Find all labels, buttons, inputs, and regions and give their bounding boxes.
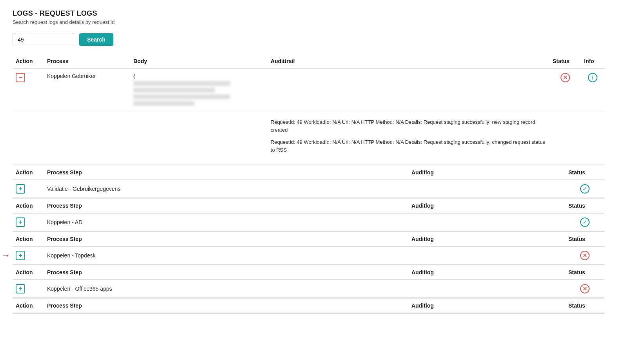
audittrail-entry-1: RequestId: 49 WorkloadId: N/A Url: N/A H… <box>271 118 546 134</box>
status-cell-1: ✓ <box>565 180 604 198</box>
sub-header-step-3: Process Step <box>44 232 408 247</box>
sub-table-3: Action Process Step Auditlog Status → + <box>13 232 604 264</box>
sub-table-2: Action Process Step Auditlog Status + Ko… <box>13 198 604 231</box>
table-row: − Koppelen Gebruiker { ✕ i <box>13 69 604 112</box>
expand-icon-2[interactable]: + <box>16 217 25 227</box>
step-cell-2: Koppelen - AD <box>44 213 408 231</box>
body-cell: { <box>130 69 268 112</box>
auditlog-cell-2 <box>408 213 565 231</box>
status-error-icon-3: ✕ <box>580 251 590 260</box>
status-error-icon: ✕ <box>561 73 570 82</box>
sub-table-4: Action Process Step Auditlog Status + Ko… <box>13 265 604 298</box>
sub-table-row: → + Koppelen - Topdesk ✕ <box>13 246 604 264</box>
status-error-icon-4: ✕ <box>580 284 590 293</box>
status-cell-2: ✓ <box>565 213 604 231</box>
sub-table-3-header: Action Process Step Auditlog Status <box>13 232 604 247</box>
sub-table-row-5: Action Process Step Auditlog Status <box>13 298 604 314</box>
sub-header-status-4: Status <box>565 265 604 280</box>
sub-header-auditlog-5: Auditlog <box>408 299 565 313</box>
sub-header-status-1: Status <box>565 165 604 180</box>
step-cell-3: Koppelen - Topdesk <box>44 246 408 264</box>
collapse-icon[interactable]: − <box>16 73 25 82</box>
sub-table-row: + Koppelen - AD ✓ <box>13 213 604 231</box>
auditlog-cell-4 <box>408 280 565 298</box>
sub-header-step-4: Process Step <box>44 265 408 280</box>
step-cell-1: Validatie - Gebruikergegevens <box>44 180 408 198</box>
search-button[interactable]: Search <box>79 33 113 46</box>
sub-table-row-3: Action Process Step Auditlog Status → + <box>13 232 604 265</box>
info-cell[interactable]: i <box>581 69 604 112</box>
sub-table-row-4: Action Process Step Auditlog Status + Ko… <box>13 265 604 298</box>
status-success-icon-1: ✓ <box>580 184 590 194</box>
audittrail-entry-2: RequestId: 49 WorkloadId: N/A Url: N/A H… <box>271 138 546 154</box>
auditlog-cell-3 <box>408 246 565 264</box>
sub-table-row: + Validatie - Gebruikergegevens ✓ <box>13 180 604 198</box>
main-table-header: Action Process Body Audittrail Status In… <box>13 54 604 69</box>
status-success-icon-2: ✓ <box>580 217 590 227</box>
sub-header-auditlog-3: Auditlog <box>408 232 565 247</box>
search-bar: Search <box>13 33 604 46</box>
header-body: Body <box>130 54 268 69</box>
search-input[interactable] <box>13 33 75 46</box>
sub-table-row: + Koppelen - Office365 apps ✕ <box>13 280 604 298</box>
body-blurred: { <box>133 73 235 106</box>
main-table: Action Process Body Audittrail Status In… <box>13 54 604 314</box>
sub-header-step-2: Process Step <box>44 199 408 214</box>
status-cell: ✕ <box>550 69 581 112</box>
arrow-indicator: → <box>2 250 10 261</box>
expand-icon-1[interactable]: + <box>16 184 25 194</box>
sub-table-4-header: Action Process Step Auditlog Status <box>13 265 604 280</box>
header-info: Info <box>581 54 604 69</box>
header-status: Status <box>550 54 581 69</box>
sub-table-row-2: Action Process Step Auditlog Status + Ko… <box>13 198 604 232</box>
sub-table-2-header: Action Process Step Auditlog Status <box>13 199 604 214</box>
expand-icon-3[interactable]: + <box>16 251 25 260</box>
sub-header-status-2: Status <box>565 199 604 214</box>
sub-header-auditlog-1: Auditlog <box>408 165 565 180</box>
status-cell-3: ✕ <box>565 246 604 264</box>
expand-icon-4[interactable]: + <box>16 284 25 293</box>
audittrail-cell <box>268 69 550 112</box>
sub-table-1: Action Process Step Auditlog Status + Va… <box>13 165 604 198</box>
sub-table-5: Action Process Step Auditlog Status <box>13 298 604 313</box>
page-subtitle: Search request logs and details by reque… <box>13 19 604 25</box>
header-audittrail: Audittrail <box>268 54 550 69</box>
info-icon[interactable]: i <box>588 73 597 82</box>
sub-header-step-5: Process Step <box>44 299 408 313</box>
step-cell-4: Koppelen - Office365 apps <box>44 280 408 298</box>
sub-header-action-5: Action <box>13 299 44 313</box>
header-action: Action <box>13 54 44 69</box>
sub-header-status-3: Status <box>565 232 604 247</box>
sub-header-action-4: Action <box>13 265 44 280</box>
sub-header-auditlog-2: Auditlog <box>408 199 565 214</box>
status-cell-4: ✕ <box>565 280 604 298</box>
sub-header-step-1: Process Step <box>44 165 408 180</box>
sub-header-action-2: Action <box>13 199 44 214</box>
sub-header-status-5: Status <box>565 299 604 313</box>
sub-header-action-1: Action <box>13 165 44 180</box>
sub-table-5-header: Action Process Step Auditlog Status <box>13 299 604 313</box>
audittrail-entries: RequestId: 49 WorkloadId: N/A Url: N/A H… <box>268 112 550 165</box>
page-title: LOGS - REQUEST LOGS <box>13 9 604 18</box>
sub-header-auditlog-4: Auditlog <box>408 265 565 280</box>
auditlog-cell-1 <box>408 180 565 198</box>
sub-table-1-header: Action Process Step Auditlog Status <box>13 165 604 180</box>
sub-header-action-3: Action <box>13 232 44 247</box>
header-process: Process <box>44 54 130 69</box>
audittrail-row: RequestId: 49 WorkloadId: N/A Url: N/A H… <box>13 112 604 165</box>
sub-table-row-1: Action Process Step Auditlog Status + Va… <box>13 165 604 198</box>
process-cell: Koppelen Gebruiker <box>44 69 130 112</box>
